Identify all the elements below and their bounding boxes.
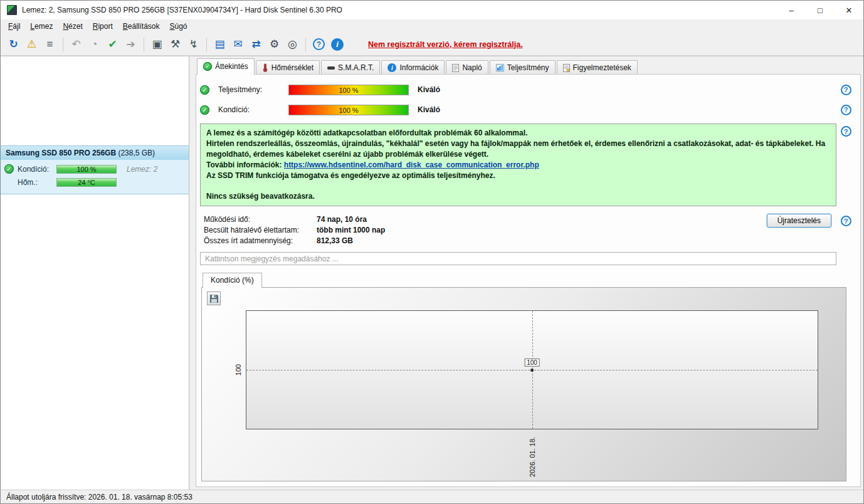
chart-data-point (530, 369, 534, 372)
report-icon[interactable]: ▤ (211, 36, 228, 53)
chart-point-label: 100 (524, 359, 540, 367)
stats-section: Működési idő: 74 nap, 10 óra Becsült hát… (200, 214, 855, 246)
disk-ok-icon (4, 164, 14, 174)
menu-help[interactable]: Súgó (164, 20, 192, 33)
status-text-box: A lemez és a számítógép közötti adatkapc… (200, 123, 836, 206)
action-line: Nincs szükség beavatkozásra. (206, 191, 830, 202)
menu-report[interactable]: Riport (88, 20, 118, 33)
stat-row: Összes írt adatmennyiség: 812,33 GB (200, 235, 767, 246)
toolbar-separator (144, 38, 144, 51)
duplicate-icon[interactable]: ▣ (149, 36, 166, 53)
minimize-button[interactable]: – (777, 1, 806, 19)
tab-information[interactable]: i Információk (381, 60, 445, 75)
toolbar: ↻ ⚠ ≡ ↶ ◔ ✔ ➔ ▣ ⚒ ↯ ▤ ✉ ⇄ ⚙ ◎ ? i Nem re… (1, 33, 863, 56)
export-icon[interactable]: ➔ (122, 36, 139, 53)
network-icon[interactable]: ⇄ (248, 36, 265, 53)
tab-performance[interactable]: Teljesítmény (490, 60, 556, 75)
tab-alerts[interactable]: Figyelmeztetések (557, 60, 638, 75)
register-notice-link[interactable]: Nem regisztrált verzió, kérem regisztrál… (368, 40, 523, 49)
disk-details-icon[interactable]: ≡ (41, 36, 58, 53)
disk-temperature-label: Hőm.: (18, 178, 56, 187)
window-title: Lemez: 2, Samsung SSD 850 PRO 256GB [S37… (22, 6, 342, 14)
status-line: A lemez és a számítógép közötti adatkapc… (206, 128, 830, 139)
tab-label: Áttekintés (215, 62, 248, 71)
alert-document-icon (563, 64, 570, 72)
help-icon[interactable]: ? (841, 126, 851, 137)
settings-gear-icon[interactable]: ⚙ (266, 36, 283, 53)
chart-plot-area: 100 (246, 310, 818, 429)
performance-bar: 100 % (288, 85, 409, 95)
status-info-section: A lemez és a számítógép közötti adatkapc… (200, 123, 855, 206)
tab-overview[interactable]: Áttekintés (197, 58, 255, 75)
connection-icon[interactable]: ↯ (185, 36, 202, 53)
online-icon[interactable]: ◎ (284, 36, 301, 53)
scheduler-icon[interactable]: ◔ (86, 36, 103, 53)
performance-label: Teljesítmény: (218, 85, 288, 94)
help-icon[interactable]: ? (313, 38, 325, 50)
tab-temperature[interactable]: Hőmérséklet (256, 60, 320, 75)
comment-input[interactable] (200, 252, 836, 265)
save-chart-button[interactable] (207, 291, 221, 305)
email-icon[interactable]: ✉ (229, 36, 246, 53)
info-icon[interactable]: i (331, 38, 344, 51)
document-icon (452, 64, 459, 72)
condition-chart-section: Kondíció (%) 100 100 2026. 01. 18. (201, 273, 846, 481)
tab-label: Hőmérséklet (271, 63, 313, 72)
stat-value: 812,33 GB (317, 236, 353, 245)
content: Samsung SSD 850 PRO 256GB (238,5 GB) Kon… (1, 56, 863, 490)
tools-icon[interactable]: ⚒ (167, 36, 184, 53)
disk-condition-label: Kondíció: (18, 165, 56, 174)
help-icon[interactable]: ? (841, 105, 851, 115)
toolbar-separator (305, 38, 306, 51)
tab-smart[interactable]: S.M.A.R.T. (321, 60, 380, 75)
status-line: Hirtelen rendszerleállás, összeomlás, új… (206, 139, 830, 160)
thermometer-icon (262, 63, 268, 72)
retest-button[interactable]: Újratesztelés (767, 214, 831, 228)
surface-test-warning-icon[interactable]: ⚠ (23, 36, 40, 53)
app-window: Lemez: 2, Samsung SSD 850 PRO 256GB [S37… (0, 0, 864, 504)
disk-condition-row: Kondíció: 100 % Lemez: 2 (4, 163, 185, 175)
menubar: Fájl Lemez Nézet Riport Beállítások Súgó (1, 19, 863, 33)
spacer (206, 181, 830, 191)
chart-icon (496, 64, 504, 71)
statusbar: Állapot utoljára frissítve: 2026. 01. 18… (1, 490, 863, 503)
disk-name: Samsung SSD 850 PRO 256GB (6, 149, 116, 157)
condition-chart: 100 100 2026. 01. 18. (201, 287, 846, 481)
close-button[interactable]: ✕ (835, 1, 863, 19)
menu-disk[interactable]: Lemez (25, 20, 58, 33)
refresh-icon[interactable]: ↻ (5, 36, 22, 53)
undo-icon[interactable]: ↶ (68, 36, 85, 53)
disk-size: (238,5 GB) (116, 149, 155, 157)
status-line: További információk: https://www.hdsenti… (206, 160, 830, 171)
tab-label: Információk (399, 63, 438, 72)
disk-temperature-bar: 24 °C (56, 178, 117, 187)
menu-view[interactable]: Nézet (58, 20, 87, 33)
chart-tab-condition[interactable]: Kondíció (%) (203, 273, 262, 288)
tab-label: Teljesítmény (507, 63, 549, 72)
titlebar: Lemez: 2, Samsung SSD 850 PRO 256GB [S37… (1, 1, 863, 19)
main-area: Áttekintés Hőmérséklet S.M.A.R.T. i Info… (189, 56, 863, 490)
menu-file[interactable]: Fájl (3, 20, 25, 33)
chart-y-tick: 100 (234, 364, 242, 375)
stat-value: 74 nap, 10 óra (317, 215, 367, 224)
communication-error-link[interactable]: https://www.hdsentinel.com/hard_disk_cas… (284, 160, 539, 169)
help-icon[interactable]: ? (841, 85, 851, 95)
smart-icon (327, 66, 335, 70)
status-last-updated: Állapot utoljára frissítve: 2026. 01. 18… (6, 493, 192, 501)
maximize-button[interactable]: □ (806, 1, 835, 19)
stat-label: Működési idő: (204, 215, 317, 224)
disk-list-item-samsung-ssd[interactable]: Samsung SSD 850 PRO 256GB (238,5 GB) Kon… (1, 145, 189, 194)
menu-settings[interactable]: Beállítások (118, 20, 165, 33)
performance-ok-icon (200, 85, 209, 95)
help-icon[interactable]: ? (841, 216, 851, 226)
stat-label: Becsült hátralévő élettartam: (204, 226, 317, 234)
stat-row: Működési idő: 74 nap, 10 óra (200, 214, 767, 224)
accept-icon[interactable]: ✔ (104, 36, 121, 53)
status-line: Az SSD TRIM funkciója támogatva és enged… (206, 171, 830, 181)
tab-label: S.M.A.R.T. (338, 63, 374, 72)
disk-stats: Működési idő: 74 nap, 10 óra Becsült hát… (200, 214, 767, 246)
info-circle-icon: i (387, 63, 396, 72)
tab-log[interactable]: Napló (446, 60, 488, 75)
disk-number: Lemez: 2 (127, 165, 157, 174)
condition-bar: 100 % (288, 105, 409, 115)
